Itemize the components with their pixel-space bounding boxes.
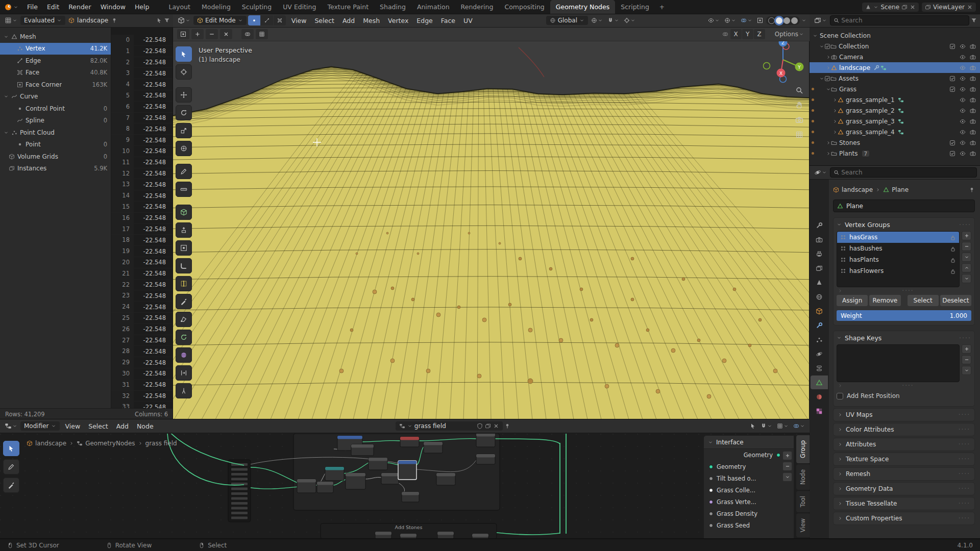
rip-region-tool[interactable] — [176, 383, 192, 398]
table-row[interactable]: 24-22.548 — [111, 302, 173, 313]
data-name-field[interactable]: Plane — [833, 199, 975, 212]
table-row[interactable]: 0-22.548 — [111, 35, 173, 46]
interface-panel-header[interactable]: Interface — [704, 436, 794, 449]
properties-tab-material[interactable] — [811, 390, 828, 404]
ortho-grid-icon[interactable] — [795, 131, 803, 139]
links-cut-tool[interactable] — [3, 478, 19, 493]
disable-render-icon[interactable] — [968, 97, 978, 103]
vertex-select-button[interactable] — [248, 15, 260, 26]
snap-node-toggle[interactable] — [759, 422, 774, 430]
panel-color-attributes[interactable]: Color Attributes···· — [833, 423, 975, 436]
table-row[interactable]: 29-22.548 — [111, 357, 173, 368]
editor-type-button[interactable] — [3, 421, 19, 431]
outliner-row-landscape[interactable]: landscape — [810, 62, 980, 73]
face-select-button[interactable] — [274, 15, 286, 26]
remove-interface-item-button[interactable] — [782, 462, 792, 471]
spreadsheet-domain-instances[interactable]: Instances5.9K — [0, 163, 111, 175]
hide-eye-icon[interactable] — [958, 151, 968, 157]
disable-render-icon[interactable] — [968, 76, 978, 82]
outliner-row-scene-collection[interactable]: Scene Collection — [810, 30, 980, 41]
camera-view-icon[interactable] — [795, 116, 803, 124]
exclude-checkbox[interactable] — [947, 151, 958, 157]
hide-eye-icon[interactable] — [958, 65, 968, 71]
table-row[interactable]: 18-22.548 — [111, 235, 173, 246]
table-row[interactable]: 9-22.548 — [111, 135, 173, 146]
node-menu-view[interactable]: View — [61, 421, 85, 432]
table-row[interactable]: 33-22.548 — [111, 402, 173, 408]
outliner-row-assets[interactable]: Assets — [810, 73, 980, 84]
spreadsheet-domain-point[interactable]: Point0 — [0, 139, 111, 151]
table-row[interactable]: 11-22.548 — [111, 157, 173, 168]
properties-search[interactable] — [830, 167, 977, 178]
properties-tab-modifiers[interactable] — [811, 318, 828, 332]
gizmos-dropdown[interactable] — [723, 16, 738, 24]
smooth-tool[interactable] — [176, 347, 192, 363]
node-tree-type-dropdown[interactable]: Modifier — [20, 421, 60, 431]
vertex-group-hasbushes[interactable]: hasBushes — [837, 243, 959, 254]
scale-tool[interactable] — [176, 123, 192, 138]
snap-toggle[interactable] — [606, 16, 621, 24]
spreadsheet-domain-volume-grids[interactable]: Volume Grids0 — [0, 151, 111, 163]
hide-eye-icon[interactable] — [958, 129, 968, 135]
workspace-tab-animation[interactable]: Animation — [411, 0, 455, 14]
sidebar-tab-group[interactable]: Group — [796, 435, 810, 463]
properties-tab-tool[interactable] — [811, 218, 828, 232]
table-row[interactable]: 16-22.548 — [111, 213, 173, 224]
exclude-checkbox[interactable] — [947, 86, 958, 92]
spreadsheet-domain-face[interactable]: Face40.8K — [0, 67, 111, 79]
knife-tool[interactable] — [176, 294, 192, 309]
table-row[interactable]: 10-22.548 — [111, 146, 173, 157]
tool-option-a-button[interactable] — [241, 29, 254, 39]
edge-slide-tool[interactable] — [176, 365, 192, 381]
table-row[interactable]: 19-22.548 — [111, 246, 173, 257]
show-object-types-dropdown[interactable] — [706, 16, 721, 24]
spreadsheet-domain-control-point[interactable]: Control Point0 — [0, 103, 111, 115]
lock-icon[interactable] — [950, 256, 956, 263]
table-row[interactable]: 17-22.548 — [111, 224, 173, 235]
panel-remesh[interactable]: Remesh···· — [833, 467, 975, 481]
annotate-tool[interactable] — [3, 459, 19, 474]
spin-tool[interactable] — [176, 330, 192, 345]
properties-tab-particles[interactable] — [811, 333, 828, 346]
pin-icon[interactable] — [111, 17, 117, 23]
properties-tab-render[interactable] — [811, 233, 828, 246]
table-row[interactable]: 20-22.548 — [111, 257, 173, 268]
vertex-group-hasgrass[interactable]: hasGrass — [837, 232, 959, 243]
spreadsheet-domain-mesh[interactable]: Mesh — [0, 31, 111, 43]
measure-tool[interactable] — [176, 182, 192, 197]
properties-tab-output[interactable] — [811, 247, 828, 261]
remove-button[interactable]: Remove — [869, 295, 900, 306]
inset-faces-tool[interactable] — [176, 240, 192, 256]
interface-item[interactable]: Grass Seed — [704, 519, 794, 531]
pivot-point-dropdown[interactable] — [590, 16, 604, 24]
shading-dropdown-icon[interactable] — [801, 18, 806, 23]
table-row[interactable]: 6-22.548 — [111, 102, 173, 113]
editor-type-button[interactable] — [3, 16, 19, 25]
vertex-group-move-up-button[interactable] — [962, 263, 971, 272]
table-row[interactable]: 13-22.548 — [111, 179, 173, 190]
viewport-canvas[interactable] — [173, 14, 810, 419]
disable-render-icon[interactable] — [968, 129, 978, 135]
workspace-tab-layout[interactable]: Layout — [163, 0, 196, 14]
node-menu-node[interactable]: Node — [133, 421, 158, 432]
unlink-node-group-icon[interactable] — [493, 423, 499, 429]
hide-eye-icon[interactable] — [958, 118, 968, 124]
outliner-row-grass-sample-3[interactable]: grass_sample_3 — [810, 116, 980, 127]
add-cube-tool[interactable] — [176, 205, 192, 220]
bevel-tool[interactable] — [176, 258, 192, 273]
interface-item[interactable]: Grass Colle... — [704, 484, 794, 496]
sidebar-tab-node[interactable]: Node — [796, 464, 810, 490]
add-rest-position-checkbox[interactable] — [837, 393, 843, 399]
disable-render-icon[interactable] — [968, 43, 978, 49]
workspace-tab-compositing[interactable]: Compositing — [499, 0, 550, 14]
properties-tab-constraints[interactable] — [811, 361, 828, 375]
menu-edit[interactable]: Edit — [42, 2, 64, 12]
menu-render[interactable]: Render — [64, 2, 96, 12]
table-row[interactable]: 31-22.548 — [111, 380, 173, 391]
shape-key-add-button[interactable] — [962, 344, 971, 354]
interface-item[interactable]: Grass Density — [704, 508, 794, 519]
shape-keys-panel-header[interactable]: Shape Keys ···· — [837, 331, 971, 344]
options-dropdown[interactable]: Options — [773, 30, 805, 39]
hide-eye-icon[interactable] — [958, 86, 968, 92]
pin-icon[interactable] — [504, 423, 510, 429]
